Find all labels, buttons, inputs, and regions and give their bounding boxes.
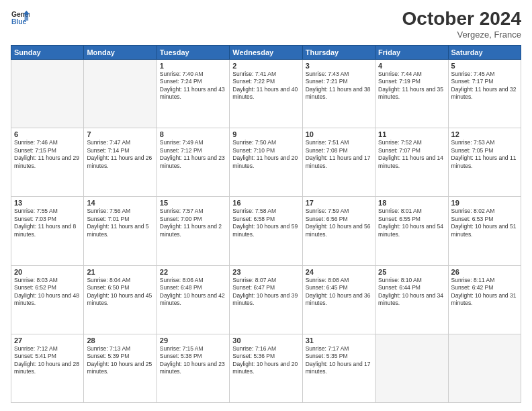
day-number: 17 bbox=[306, 199, 372, 207]
cell-info: Sunrise: 7:55 AMSunset: 7:03 PMDaylight:… bbox=[14, 208, 81, 238]
calendar-cell bbox=[84, 60, 157, 128]
cell-info: Sunrise: 8:08 AMSunset: 6:45 PMDaylight:… bbox=[306, 277, 372, 308]
header: General Blue October 2024 Vergeze, Franc… bbox=[11, 8, 521, 40]
day-number: 15 bbox=[160, 199, 226, 207]
calendar-cell: 7Sunrise: 7:47 AMSunset: 7:14 PMDaylight… bbox=[84, 128, 157, 197]
calendar-cell: 27Sunrise: 7:12 AMSunset: 5:41 PMDayligh… bbox=[11, 334, 84, 402]
day-number: 4 bbox=[378, 62, 445, 70]
cell-info: Sunrise: 7:12 AMSunset: 5:41 PMDaylight:… bbox=[14, 345, 81, 376]
cell-info: Sunrise: 7:45 AMSunset: 7:17 PMDaylight:… bbox=[451, 71, 518, 101]
calendar-cell: 13Sunrise: 7:55 AMSunset: 7:03 PMDayligh… bbox=[11, 197, 84, 265]
calendar-cell: 6Sunrise: 7:46 AMSunset: 7:15 PMDaylight… bbox=[11, 128, 84, 197]
day-number: 24 bbox=[306, 268, 372, 276]
cell-info: Sunrise: 7:53 AMSunset: 7:05 PMDaylight:… bbox=[451, 139, 518, 170]
day-number: 7 bbox=[87, 130, 153, 138]
day-number: 23 bbox=[232, 268, 299, 276]
calendar-cell: 28Sunrise: 7:13 AMSunset: 5:39 PMDayligh… bbox=[84, 334, 157, 402]
cell-info: Sunrise: 8:02 AMSunset: 6:53 PMDaylight:… bbox=[451, 208, 518, 238]
day-number: 18 bbox=[378, 199, 445, 207]
cell-info: Sunrise: 7:51 AMSunset: 7:08 PMDaylight:… bbox=[306, 139, 372, 170]
calendar-cell: 30Sunrise: 7:16 AMSunset: 5:36 PMDayligh… bbox=[230, 334, 302, 402]
calendar-cell: 12Sunrise: 7:53 AMSunset: 7:05 PMDayligh… bbox=[448, 128, 521, 197]
calendar-cell: 3Sunrise: 7:43 AMSunset: 7:21 PMDaylight… bbox=[302, 60, 375, 128]
cell-info: Sunrise: 8:06 AMSunset: 6:48 PMDaylight:… bbox=[160, 277, 226, 308]
day-number: 19 bbox=[451, 199, 518, 207]
day-number: 2 bbox=[232, 62, 299, 70]
cell-info: Sunrise: 8:04 AMSunset: 6:50 PMDaylight:… bbox=[87, 277, 153, 308]
page: General Blue October 2024 Vergeze, Franc… bbox=[0, 0, 532, 411]
calendar-cell: 26Sunrise: 8:11 AMSunset: 6:42 PMDayligh… bbox=[448, 265, 521, 334]
title-block: October 2024 Vergeze, France bbox=[402, 8, 521, 40]
svg-text:Blue: Blue bbox=[11, 18, 27, 26]
calendar-cell: 19Sunrise: 8:02 AMSunset: 6:53 PMDayligh… bbox=[448, 197, 521, 265]
day-number: 6 bbox=[14, 130, 81, 138]
day-number: 27 bbox=[14, 336, 81, 345]
day-number: 26 bbox=[451, 268, 518, 276]
day-number: 1 bbox=[160, 62, 226, 70]
day-number: 30 bbox=[232, 336, 299, 345]
location: Vergeze, France bbox=[402, 30, 521, 40]
cell-info: Sunrise: 7:44 AMSunset: 7:19 PMDaylight:… bbox=[378, 71, 445, 101]
day-number: 29 bbox=[160, 336, 226, 345]
calendar-cell: 1Sunrise: 7:40 AMSunset: 7:24 PMDaylight… bbox=[157, 60, 229, 128]
cell-info: Sunrise: 7:57 AMSunset: 7:00 PMDaylight:… bbox=[160, 208, 226, 238]
calendar-cell: 21Sunrise: 8:04 AMSunset: 6:50 PMDayligh… bbox=[84, 265, 157, 334]
calendar-cell: 25Sunrise: 8:10 AMSunset: 6:44 PMDayligh… bbox=[375, 265, 448, 334]
calendar-table: SundayMondayTuesdayWednesdayThursdayFrid… bbox=[11, 45, 521, 403]
calendar-cell bbox=[375, 334, 448, 402]
calendar-cell: 17Sunrise: 7:59 AMSunset: 6:56 PMDayligh… bbox=[302, 197, 375, 265]
day-number: 9 bbox=[232, 130, 299, 138]
cell-info: Sunrise: 7:50 AMSunset: 7:10 PMDaylight:… bbox=[232, 139, 299, 170]
day-number: 25 bbox=[378, 268, 445, 276]
cell-info: Sunrise: 7:41 AMSunset: 7:22 PMDaylight:… bbox=[232, 71, 299, 101]
calendar-cell: 10Sunrise: 7:51 AMSunset: 7:08 PMDayligh… bbox=[302, 128, 375, 197]
calendar-cell: 18Sunrise: 8:01 AMSunset: 6:55 PMDayligh… bbox=[375, 197, 448, 265]
col-header-friday: Friday bbox=[375, 46, 448, 60]
day-number: 12 bbox=[451, 130, 518, 138]
cell-info: Sunrise: 7:56 AMSunset: 7:01 PMDaylight:… bbox=[87, 208, 153, 238]
day-number: 16 bbox=[232, 199, 299, 207]
calendar-cell: 2Sunrise: 7:41 AMSunset: 7:22 PMDaylight… bbox=[230, 60, 302, 128]
calendar-cell: 4Sunrise: 7:44 AMSunset: 7:19 PMDaylight… bbox=[375, 60, 448, 128]
day-number: 20 bbox=[14, 268, 81, 276]
cell-info: Sunrise: 8:11 AMSunset: 6:42 PMDaylight:… bbox=[451, 277, 518, 308]
day-number: 3 bbox=[306, 62, 372, 70]
day-number: 10 bbox=[306, 130, 372, 138]
calendar-cell: 20Sunrise: 8:03 AMSunset: 6:52 PMDayligh… bbox=[11, 265, 84, 334]
logo-icon: General Blue bbox=[11, 8, 30, 27]
cell-info: Sunrise: 7:43 AMSunset: 7:21 PMDaylight:… bbox=[306, 71, 372, 101]
cell-info: Sunrise: 7:58 AMSunset: 6:58 PMDaylight:… bbox=[232, 208, 299, 238]
calendar-cell: 9Sunrise: 7:50 AMSunset: 7:10 PMDaylight… bbox=[230, 128, 302, 197]
calendar-cell: 16Sunrise: 7:58 AMSunset: 6:58 PMDayligh… bbox=[230, 197, 302, 265]
cell-info: Sunrise: 7:13 AMSunset: 5:39 PMDaylight:… bbox=[87, 345, 153, 376]
day-number: 8 bbox=[160, 130, 226, 138]
calendar-cell: 24Sunrise: 8:08 AMSunset: 6:45 PMDayligh… bbox=[302, 265, 375, 334]
col-header-monday: Monday bbox=[84, 46, 157, 60]
day-number: 11 bbox=[378, 130, 445, 138]
cell-info: Sunrise: 7:17 AMSunset: 5:35 PMDaylight:… bbox=[306, 345, 372, 376]
col-header-wednesday: Wednesday bbox=[230, 46, 302, 60]
cell-info: Sunrise: 8:01 AMSunset: 6:55 PMDaylight:… bbox=[378, 208, 445, 238]
cell-info: Sunrise: 7:40 AMSunset: 7:24 PMDaylight:… bbox=[160, 71, 226, 101]
calendar-cell: 22Sunrise: 8:06 AMSunset: 6:48 PMDayligh… bbox=[157, 265, 229, 334]
day-number: 14 bbox=[87, 199, 153, 207]
calendar-cell: 31Sunrise: 7:17 AMSunset: 5:35 PMDayligh… bbox=[302, 334, 375, 402]
calendar-cell bbox=[448, 334, 521, 402]
calendar-cell bbox=[11, 60, 84, 128]
cell-info: Sunrise: 7:52 AMSunset: 7:07 PMDaylight:… bbox=[378, 139, 445, 170]
day-number: 22 bbox=[160, 268, 226, 276]
calendar-cell: 23Sunrise: 8:07 AMSunset: 6:47 PMDayligh… bbox=[230, 265, 302, 334]
logo: General Blue bbox=[11, 8, 30, 27]
calendar-cell: 5Sunrise: 7:45 AMSunset: 7:17 PMDaylight… bbox=[448, 60, 521, 128]
cell-info: Sunrise: 8:10 AMSunset: 6:44 PMDaylight:… bbox=[378, 277, 445, 308]
col-header-sunday: Sunday bbox=[11, 46, 84, 60]
day-number: 31 bbox=[306, 336, 372, 345]
cell-info: Sunrise: 7:16 AMSunset: 5:36 PMDaylight:… bbox=[232, 345, 299, 376]
cell-info: Sunrise: 8:07 AMSunset: 6:47 PMDaylight:… bbox=[232, 277, 299, 308]
cell-info: Sunrise: 7:46 AMSunset: 7:15 PMDaylight:… bbox=[14, 139, 81, 170]
calendar-cell: 8Sunrise: 7:49 AMSunset: 7:12 PMDaylight… bbox=[157, 128, 229, 197]
month-title: October 2024 bbox=[402, 8, 521, 30]
cell-info: Sunrise: 8:03 AMSunset: 6:52 PMDaylight:… bbox=[14, 277, 81, 308]
cell-info: Sunrise: 7:47 AMSunset: 7:14 PMDaylight:… bbox=[87, 139, 153, 170]
cell-info: Sunrise: 7:15 AMSunset: 5:38 PMDaylight:… bbox=[160, 345, 226, 376]
